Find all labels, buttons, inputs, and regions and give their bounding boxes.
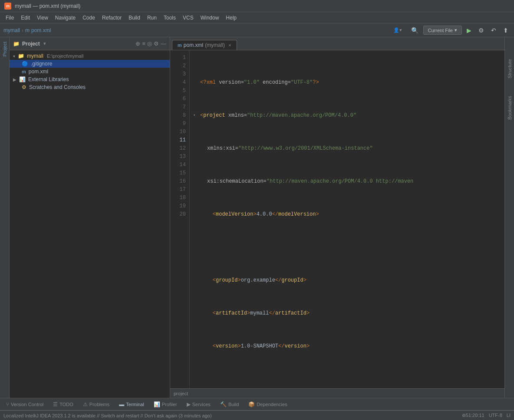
- tab-profiler[interactable]: 📊 Profiler: [149, 400, 181, 409]
- tab-version-control[interactable]: ⑂ Version Control: [2, 400, 48, 409]
- line-4: 4: [170, 79, 189, 87]
- profile-button[interactable]: 👤▾: [389, 26, 406, 34]
- tree-scratches[interactable]: ⚙ Scratches and Consoles: [10, 83, 170, 91]
- encoding-status[interactable]: UTF-8: [489, 413, 502, 418]
- tree-scratches-label: Scratches and Consoles: [29, 84, 86, 90]
- close-icon[interactable]: —: [161, 40, 166, 47]
- chevron-down-icon[interactable]: ▾: [43, 41, 46, 46]
- breadcrumb-mymall[interactable]: mymall: [3, 27, 20, 33]
- menu-navigate[interactable]: Navigate: [52, 14, 79, 22]
- menu-bar: File Edit View Navigate Code Refactor Bu…: [0, 12, 514, 23]
- breadcrumb-icon: m: [25, 27, 30, 33]
- menu-build[interactable]: Build: [125, 14, 144, 22]
- code-line-1: <?xml version="1.0" encoding="UTF-8"?>: [193, 79, 504, 87]
- gitignore-icon: 🔵: [22, 61, 28, 67]
- tree-gitignore[interactable]: 🔵 .gitignore: [10, 60, 170, 68]
- breadcrumb-pomxml[interactable]: pom.xml: [31, 27, 51, 33]
- status-bar: Localized IntelliJ IDEA 2023.1.2 is avai…: [0, 410, 514, 420]
- line-16: 16: [170, 177, 189, 186]
- tree-ext-libs[interactable]: ▶ 📊 External Libraries: [10, 75, 170, 83]
- project-tools: ⊕ ≡ ◎ ⚙ —: [135, 40, 166, 47]
- tab-pomxml-label: pom.xml: [184, 42, 203, 48]
- folder-icon: 📁: [18, 53, 24, 59]
- line-3: 3: [170, 70, 189, 79]
- structure-label[interactable]: Structure: [507, 59, 512, 79]
- tab-build[interactable]: 🔨 Build: [216, 400, 243, 409]
- tree-pomxml-label: pom.xml: [29, 69, 48, 75]
- menu-file[interactable]: File: [2, 14, 17, 22]
- version-control-icon: ⑂: [6, 401, 9, 407]
- line-7: 7: [170, 103, 189, 112]
- line-10: 10: [170, 128, 189, 136]
- tab-dependencies[interactable]: 📦 Dependencies: [244, 400, 291, 409]
- current-file-button[interactable]: Current File ▾: [423, 26, 462, 35]
- tab-services-label: Services: [192, 402, 211, 407]
- breadcrumb-project: project: [174, 391, 188, 396]
- bottom-panel: ⑂ Version Control ☰ TODO ⚠ Problems ▬ Te…: [0, 398, 514, 420]
- git-push-button[interactable]: ⬆: [501, 26, 511, 35]
- editor-tab-pomxml[interactable]: m pom.xml (mymall) ×: [172, 40, 237, 50]
- structure-panel: Structure Bookmarks: [504, 37, 514, 398]
- problems-icon: ⚠: [83, 401, 88, 407]
- code-editor[interactable]: <?xml version="1.0" encoding="UTF-8"?> ▾…: [190, 50, 504, 388]
- tree-root[interactable]: ▾ 📁 mymall E:\project\mymall: [10, 52, 170, 60]
- git-button[interactable]: ↶: [489, 26, 498, 35]
- code-line-3: xmlns:xsi="http://www.w3.org/2001/XMLSch…: [193, 144, 504, 153]
- project-tab-label[interactable]: Project: [2, 42, 7, 56]
- menu-vcs[interactable]: VCS: [179, 14, 197, 22]
- bookmarks-label[interactable]: Bookmarks: [507, 96, 512, 120]
- search-everywhere-button[interactable]: 🔍: [409, 26, 421, 35]
- tab-terminal[interactable]: ▬ Terminal: [115, 400, 148, 409]
- bottom-tabs: ⑂ Version Control ☰ TODO ⚠ Problems ▬ Te…: [0, 398, 514, 410]
- tree-gitignore-label: .gitignore: [31, 61, 52, 67]
- tab-problems[interactable]: ⚠ Problems: [79, 400, 114, 409]
- tree-root-path: E:\project\mymall: [47, 53, 83, 59]
- fold-2[interactable]: ▾: [193, 112, 198, 120]
- app-icon: m: [4, 3, 11, 10]
- menu-window[interactable]: Window: [197, 14, 223, 22]
- current-file-label: Current File: [428, 28, 453, 33]
- tab-close-button[interactable]: ×: [228, 43, 231, 48]
- collapse-all-icon[interactable]: ≡: [142, 40, 145, 47]
- tab-build-label: Build: [228, 402, 239, 407]
- notification-text[interactable]: Localized IntelliJ IDEA 2023.1.2 is avai…: [3, 413, 212, 418]
- tab-services[interactable]: ▶ Services: [182, 400, 215, 409]
- menu-code[interactable]: Code: [79, 14, 99, 22]
- tree-ext-libs-label: External Libraries: [28, 76, 69, 82]
- expand-arrow: ▾: [13, 54, 15, 59]
- todo-icon: ☰: [53, 401, 58, 407]
- chevron-down-icon: ▾: [455, 27, 457, 33]
- menu-tools[interactable]: Tools: [160, 14, 179, 22]
- status-right: ⊛51:20:11 UTF-8 LI: [462, 413, 511, 418]
- settings-icon[interactable]: ⚙: [154, 40, 159, 47]
- line-14: 14: [170, 161, 189, 169]
- tree-pomxml[interactable]: m pom.xml: [10, 68, 170, 75]
- menu-help[interactable]: Help: [222, 14, 240, 22]
- breadcrumb: mymall › m pom.xml: [3, 27, 51, 33]
- main-area: Project 📁 Project ▾ ⊕ ≡ ◎ ⚙ — ▾ 📁 mymall…: [0, 37, 514, 398]
- indent-status[interactable]: LI: [507, 413, 511, 418]
- line-numbers: 1 2 3 4 5 6 7 8 9 10 11 12 13 14 15 16 1…: [170, 50, 190, 388]
- cursor-position[interactable]: ⊛51:20:11: [462, 413, 484, 418]
- menu-run[interactable]: Run: [144, 14, 160, 22]
- menu-view[interactable]: View: [33, 14, 52, 22]
- menu-edit[interactable]: Edit: [17, 14, 33, 22]
- tree-root-label: mymall: [27, 53, 43, 59]
- add-icon[interactable]: ⊕: [135, 40, 140, 47]
- build-settings-button[interactable]: ⚙: [476, 26, 486, 35]
- run-button[interactable]: ▶: [465, 26, 474, 35]
- project-panel-title: Project: [22, 41, 40, 47]
- tab-context-label: (mymall): [205, 42, 225, 48]
- line-1: 1: [170, 54, 189, 62]
- tab-maven-icon: m: [178, 43, 182, 48]
- locate-icon[interactable]: ◎: [147, 40, 152, 47]
- line-5: 5: [170, 87, 189, 95]
- tab-todo[interactable]: ☰ TODO: [49, 400, 78, 409]
- scratches-icon: ⚙: [22, 84, 26, 90]
- menu-refactor[interactable]: Refactor: [99, 14, 125, 22]
- line-13: 13: [170, 153, 189, 161]
- dependencies-icon: 📦: [248, 401, 255, 407]
- code-line-6: [193, 243, 504, 252]
- project-tree: ▾ 📁 mymall E:\project\mymall 🔵 .gitignor…: [10, 50, 170, 398]
- editor-content[interactable]: 1 2 3 4 5 6 7 8 9 10 11 12 13 14 15 16 1…: [170, 50, 504, 388]
